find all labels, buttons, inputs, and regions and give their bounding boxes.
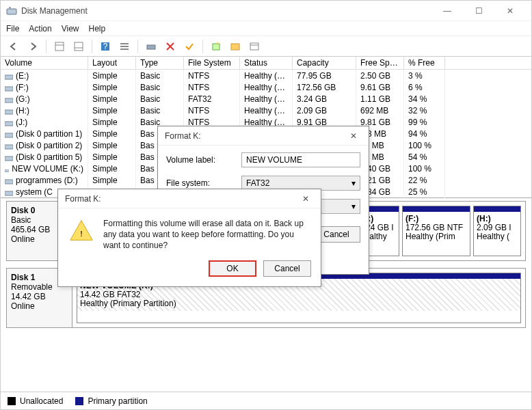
- menu-action[interactable]: Action: [29, 24, 51, 33]
- disk-0-partition[interactable]: (H:)2.09 GB IHealthy (: [473, 206, 521, 256]
- col-filesystem[interactable]: File System: [184, 57, 240, 69]
- volume-layout: Simple: [88, 128, 136, 140]
- titlebar: Disk Management — ☐ ✕: [1, 1, 531, 21]
- volume-status: Healthy (P...: [240, 105, 293, 117]
- filesystem-select-value: FAT32: [246, 178, 269, 188]
- view-bottom-icon[interactable]: [71, 39, 86, 54]
- volume-type: Basic: [136, 81, 184, 94]
- volume-row[interactable]: (F:)SimpleBasicNTFSHealthy (P...172.56 G…: [1, 81, 531, 93]
- legend-swatch-navy: [75, 397, 83, 405]
- volume-layout: Simple: [88, 105, 136, 117]
- disk-1-status: Online: [11, 301, 68, 311]
- svg-rect-8: [120, 43, 129, 44]
- chevron-down-icon: ▾: [351, 178, 356, 188]
- window-icon[interactable]: [247, 39, 262, 54]
- toolbar-separator: [202, 40, 203, 53]
- volume-name: (G:): [16, 94, 30, 104]
- maximize-button[interactable]: ☐: [463, 1, 494, 21]
- volume-name: (Disk 0 partition 2): [16, 141, 82, 150]
- menu-view[interactable]: View: [62, 24, 79, 33]
- volume-icon: [5, 119, 13, 126]
- volume-type: Basic: [136, 93, 184, 105]
- volume-icon: [5, 107, 13, 114]
- confirm-cancel-button[interactable]: Cancel: [263, 260, 311, 277]
- volume-name: system (C: [16, 187, 53, 197]
- volume-label-input[interactable]: [241, 152, 360, 167]
- volume-name: programmes (D:): [16, 176, 78, 185]
- volume-layout: Simple: [88, 81, 136, 94]
- confirm-dialog: Format K: ✕ ! Formatting this volume wil…: [57, 189, 321, 287]
- col-type[interactable]: Type: [136, 57, 184, 69]
- format-dialog-title: Format K: ✕: [158, 126, 369, 146]
- volume-row[interactable]: (H:)SimpleBasicNTFSHealthy (P...2.09 GB6…: [1, 105, 531, 116]
- volume-pct: 99 %: [404, 116, 445, 128]
- folder-icon[interactable]: [228, 39, 243, 54]
- volume-fs: NTFS: [184, 81, 240, 94]
- svg-rect-4: [75, 42, 83, 51]
- confirm-dialog-close-icon[interactable]: ✕: [297, 194, 314, 204]
- volume-name: NEW VOLUME (K:): [12, 164, 83, 174]
- forward-button[interactable]: [25, 39, 40, 54]
- volume-pct: 3 %: [404, 70, 445, 82]
- view-top-icon[interactable]: [52, 39, 67, 54]
- volume-name: (F:): [16, 83, 29, 92]
- col-capacity[interactable]: Capacity: [293, 57, 356, 69]
- toolbar-separator: [46, 40, 46, 53]
- volume-row[interactable]: (G:)SimpleBasicFAT32Healthy (P...3.24 GB…: [1, 93, 531, 105]
- volume-status: Healthy (P...: [240, 70, 293, 82]
- check-icon[interactable]: [182, 39, 197, 54]
- settings-list-icon[interactable]: [117, 39, 132, 54]
- volume-icon: [5, 131, 13, 137]
- volume-pct: 100 %: [404, 163, 445, 175]
- format-dialog-close-icon[interactable]: ✕: [345, 131, 362, 141]
- volume-free: 9.61 GB: [356, 81, 404, 94]
- volume-fs: FAT32: [184, 93, 240, 105]
- delete-icon[interactable]: [163, 39, 178, 54]
- col-free[interactable]: Free Spa...: [356, 57, 404, 69]
- volume-pct: 32 %: [404, 105, 445, 117]
- action-disk-icon[interactable]: [144, 39, 159, 54]
- close-button[interactable]: ✕: [494, 1, 526, 21]
- menu-help[interactable]: Help: [89, 24, 106, 33]
- new-icon[interactable]: [209, 39, 224, 54]
- volume-name: (Disk 0 partition 5): [16, 152, 82, 162]
- volume-layout: Simple: [88, 151, 136, 163]
- volume-fs: NTFS: [184, 105, 240, 117]
- volume-name: (E:): [16, 71, 29, 81]
- svg-rect-18: [5, 98, 13, 102]
- legend-swatch-black: [8, 397, 16, 405]
- col-volume[interactable]: Volume: [1, 57, 88, 69]
- help-icon[interactable]: ?: [98, 39, 113, 54]
- svg-rect-16: [5, 75, 13, 79]
- volume-row[interactable]: (E:)SimpleBasicNTFSHealthy (P...77.95 GB…: [1, 70, 531, 81]
- volume-name: (J:): [16, 118, 27, 127]
- volume-layout: Simple: [88, 163, 136, 175]
- svg-text:?: ?: [103, 42, 108, 51]
- minimize-button[interactable]: —: [431, 1, 463, 21]
- col-percent-free[interactable]: % Free: [404, 57, 445, 69]
- window-title: Disk Management: [21, 6, 431, 16]
- back-button[interactable]: [6, 39, 21, 54]
- svg-rect-9: [120, 46, 129, 47]
- col-status[interactable]: Status: [240, 57, 293, 69]
- partition-status: Healthy (: [477, 232, 518, 241]
- volume-pct: 94 %: [404, 128, 445, 140]
- menu-file[interactable]: File: [6, 24, 19, 33]
- svg-rect-1: [9, 7, 11, 9]
- volume-fs: NTFS: [184, 70, 240, 82]
- volume-type: Basic: [136, 70, 184, 82]
- format-dialog-title-text: Format K:: [165, 131, 201, 141]
- confirm-ok-button[interactable]: OK: [209, 260, 256, 277]
- confirm-dialog-title: Format K: ✕: [58, 189, 321, 208]
- volume-free: 1.11 GB: [356, 93, 404, 105]
- col-layout[interactable]: Layout: [88, 57, 136, 69]
- volume-icon: [5, 96, 13, 102]
- svg-rect-11: [147, 45, 155, 49]
- volume-type: Basic: [136, 105, 184, 117]
- toolbar: ?: [1, 36, 531, 57]
- disk-0-partition[interactable]: (F:)172.56 GB NTFHealthy (Prim: [402, 206, 470, 256]
- legend-unallocated: Unallocated: [8, 396, 63, 406]
- legend-primary-label: Primary partition: [88, 396, 147, 406]
- svg-rect-17: [5, 87, 13, 91]
- partition-status: Healthy (Prim: [405, 232, 467, 241]
